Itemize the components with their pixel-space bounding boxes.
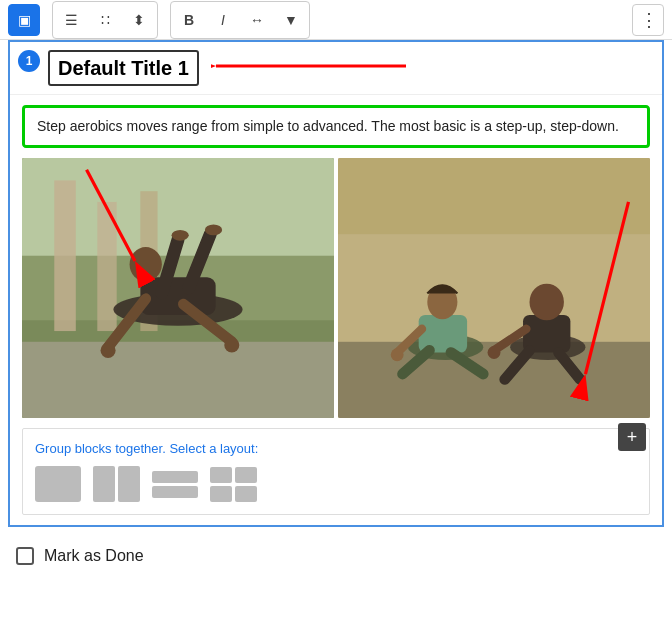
editor-toolbar: ▣ ☰ ∷ ⬍ B I ↔ ▼ ⋮ <box>0 0 672 40</box>
single-col-icon <box>35 466 81 502</box>
image-block-1[interactable] <box>22 158 334 418</box>
italic-icon: I <box>221 12 225 28</box>
svg-point-35 <box>530 284 564 321</box>
grid-cell-3 <box>210 486 232 502</box>
link-icon: ↔ <box>250 12 264 28</box>
bold-btn[interactable]: B <box>173 4 205 36</box>
mark-done-row: Mark as Done <box>0 535 672 577</box>
link-btn[interactable]: ↔ <box>241 4 273 36</box>
mark-done-label: Mark as Done <box>44 547 144 565</box>
mark-done-checkbox[interactable] <box>16 547 34 565</box>
grid-btn[interactable]: ∷ <box>89 4 121 36</box>
grid-cell-2 <box>235 467 257 483</box>
svg-point-39 <box>488 346 501 359</box>
two-col-left <box>93 466 115 502</box>
grid-icon <box>210 467 257 502</box>
transform-group: ☰ ∷ ⬍ <box>52 1 158 39</box>
group-panel-label: Group blocks together. Select a layout: <box>35 441 637 456</box>
group-blocks-panel: Group blocks together. Select a layout: <box>22 428 650 515</box>
more-format-btn[interactable]: ▼ <box>275 4 307 36</box>
svg-point-16 <box>101 343 116 358</box>
dots-icon: ⋮ <box>640 9 657 31</box>
title-block: Default Title 1 <box>10 42 662 95</box>
doc-view-btn[interactable]: ▣ <box>8 4 40 36</box>
svg-rect-10 <box>140 277 215 315</box>
grid-icon: ∷ <box>101 12 110 28</box>
row-bar-2 <box>152 486 198 498</box>
move-btn[interactable]: ⬍ <box>123 4 155 36</box>
format-group: B I ↔ ▼ <box>170 1 310 39</box>
block-number-badge: 1 <box>18 50 40 72</box>
doc-icon: ▣ <box>18 12 31 28</box>
updown-icon: ⬍ <box>133 12 145 28</box>
list-btn[interactable]: ☰ <box>55 4 87 36</box>
editor-area: 1 Default Title 1 Step aerobics moves ra… <box>8 40 664 527</box>
two-col-right <box>118 466 140 502</box>
layout-single-col[interactable] <box>35 466 81 502</box>
grid-cell-1 <box>210 467 232 483</box>
svg-point-40 <box>391 348 404 361</box>
bold-icon: B <box>184 12 194 28</box>
italic-btn[interactable]: I <box>207 4 239 36</box>
list-icon: ☰ <box>65 12 78 28</box>
yoga-image-1 <box>22 158 334 418</box>
yoga-image-2 <box>338 158 650 418</box>
chevron-icon: ▼ <box>284 12 298 28</box>
options-btn[interactable]: ⋮ <box>632 4 664 36</box>
svg-rect-26 <box>338 234 650 342</box>
row-bar-1 <box>152 471 198 483</box>
paragraph-block[interactable]: Step aerobics moves range from simple to… <box>22 105 650 148</box>
layout-two-col[interactable] <box>93 466 140 502</box>
grid-cell-4 <box>235 486 257 502</box>
layout-rows[interactable] <box>152 471 198 498</box>
image-block-2[interactable] <box>338 158 650 418</box>
layout-options <box>35 466 637 502</box>
svg-rect-8 <box>22 342 334 418</box>
add-block-btn[interactable]: + <box>618 423 646 451</box>
svg-point-17 <box>224 337 239 352</box>
svg-point-18 <box>205 225 222 236</box>
svg-rect-5 <box>54 180 76 331</box>
image-grid <box>10 158 662 428</box>
svg-point-11 <box>130 247 162 281</box>
title-arrow <box>211 51 411 85</box>
layout-grid[interactable] <box>210 467 257 502</box>
title-text[interactable]: Default Title 1 <box>48 50 199 86</box>
red-arrow-svg <box>211 51 411 81</box>
svg-point-19 <box>172 230 189 241</box>
